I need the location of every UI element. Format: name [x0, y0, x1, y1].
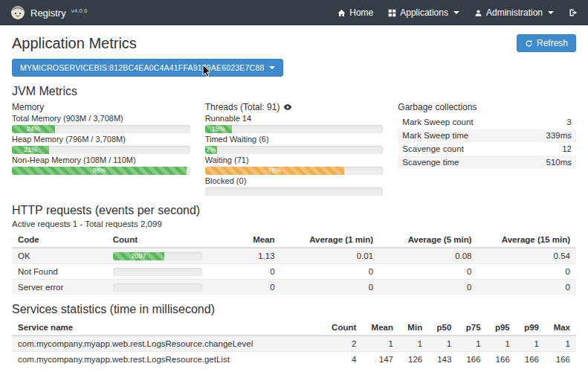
http-row: Not Found 0 0 0 0 — [12, 264, 576, 280]
gc-row: Scavenge count 12 — [398, 142, 576, 155]
service-mean: 1 — [362, 336, 399, 352]
service-name: com.mycompany.myapp.web.rest.LogsResourc… — [12, 336, 322, 352]
gc-table: Mark Sweep count 3 Mark Sweep time 339ms… — [398, 115, 576, 169]
progress-bar: 98% — [12, 167, 190, 175]
services-col-p95: p95 — [487, 320, 516, 336]
service-mean: 147 — [362, 352, 399, 368]
nav-home-label: Home — [349, 7, 373, 18]
http-col-count: Count — [107, 232, 208, 248]
service-p95: 1 — [487, 336, 516, 352]
service-max: 1 — [545, 336, 576, 352]
http-mean: 0 — [208, 280, 281, 295]
eye-icon[interactable] — [283, 103, 292, 112]
gc-value: 12 — [522, 142, 576, 155]
http-avg1: 0.01 — [281, 248, 379, 264]
http-col-code: Code — [12, 232, 107, 248]
nav-administration-label: Administration — [486, 7, 543, 18]
http-avg15: 0 — [478, 280, 576, 295]
page-title: Application Metrics — [12, 35, 137, 52]
gc-label: Mark Sweep count — [398, 115, 522, 129]
gc-row: Scavenge time 510ms — [398, 155, 576, 169]
service-min: 126 — [399, 352, 428, 368]
count-progress-bar — [113, 268, 202, 276]
nav-applications[interactable]: Applications — [388, 7, 459, 18]
metric-label: Blocked (0) — [205, 176, 384, 186]
services-col-p75: p75 — [457, 320, 486, 336]
services-col-mean: Mean — [362, 320, 399, 336]
service-min: 1 — [399, 336, 428, 352]
service-p99: 166 — [516, 352, 545, 368]
refresh-button[interactable]: Refresh — [517, 34, 576, 52]
gc-label: Mark Sweep time — [398, 129, 522, 142]
service-max: 166 — [545, 352, 576, 368]
refresh-icon — [525, 39, 533, 48]
metric-label: Timed Waiting (6) — [205, 135, 384, 144]
metric-total-memory: Total Memory (903M / 3,708M) 24% — [12, 114, 190, 133]
services-row: com.mycompany.myapp.web.rest.LogsResourc… — [12, 336, 576, 352]
count-progress-bar — [113, 283, 202, 292]
memory-column: Memory Total Memory (903M / 3,708M) 24% … — [12, 101, 190, 196]
http-row: OK 2097 1.13 0.01 0.08 0.54 — [12, 248, 576, 264]
nav-signout[interactable] — [569, 8, 578, 17]
http-avg5: 0.08 — [379, 248, 477, 264]
metric-label: Total Memory (903M / 3,708M) — [12, 114, 190, 124]
administration-icon — [474, 9, 482, 17]
service-name: com.mycompany.myapp.web.rest.LogsResourc… — [12, 352, 322, 368]
service-p50: 143 — [428, 352, 457, 368]
service-p75: 166 — [457, 352, 486, 368]
http-avg15: 0 — [478, 264, 576, 280]
metric-runnable: Runnable 14 15% — [205, 114, 384, 133]
gc-value: 3 — [522, 115, 576, 129]
gc-value: 339ms — [522, 129, 576, 142]
metric-label: Waiting (71) — [205, 155, 384, 165]
services-col-max: Max — [545, 320, 576, 336]
http-count-cell: 2097 — [107, 248, 208, 264]
services-col-name: Service name — [12, 320, 322, 336]
http-col-avg1: Average (1 min) — [281, 232, 379, 248]
metric-blocked: Blocked (0) — [205, 176, 384, 196]
gc-label: Scavenge time — [398, 155, 522, 169]
gc-column: Garbage collections Mark Sweep count 3 M… — [398, 101, 576, 196]
threads-heading: Threads (Total: 91) — [205, 101, 384, 112]
metric-timed-waiting: Timed Waiting (6) 7% — [205, 135, 384, 154]
service-count: 2 — [322, 336, 362, 352]
jvm-metrics-heading: JVM Metrics — [12, 85, 576, 98]
refresh-label: Refresh — [537, 38, 568, 48]
progress-bar: 15% — [205, 125, 384, 133]
nav-administration[interactable]: Administration — [474, 7, 554, 18]
chevron-down-icon — [453, 11, 459, 14]
gc-heading: Garbage collections — [398, 101, 576, 112]
gc-row: Mark Sweep time 339ms — [398, 129, 576, 142]
service-p75: 1 — [457, 336, 486, 352]
http-avg5: 0 — [379, 264, 477, 280]
nav-home[interactable]: Home — [337, 7, 373, 18]
http-count-cell — [107, 264, 208, 280]
home-icon — [337, 9, 346, 17]
service-count: 4 — [322, 352, 362, 368]
metric-waiting: Waiting (71) 78% — [205, 155, 384, 175]
main-content: Application Metrics Refresh MYMICROSERVI… — [0, 34, 588, 367]
brand[interactable]: Registry v4.0.6 — [10, 5, 87, 20]
gc-row: Mark Sweep count 3 — [398, 115, 576, 129]
brand-name: Registry — [30, 7, 66, 19]
service-p50: 1 — [428, 336, 457, 352]
services-stats-heading: Services statistics (time in millisecond… — [12, 303, 576, 316]
http-requests-table: Code Count Mean Average (1 min) Average … — [12, 232, 576, 295]
page-header: Application Metrics Refresh — [12, 34, 576, 52]
services-col-p99: p99 — [516, 320, 545, 336]
progress-bar: 24% — [12, 125, 190, 133]
http-header-row: Code Count Mean Average (1 min) Average … — [12, 232, 576, 248]
http-mean: 1.13 — [208, 248, 281, 264]
jvm-columns: Memory Total Memory (903M / 3,708M) 24% … — [12, 101, 576, 196]
services-col-min: Min — [399, 320, 428, 336]
instance-selector-dropdown[interactable]: MYMICROSERVICEBIS:812BC4EA0C4A41FFA9179A… — [12, 59, 283, 77]
services-col-p50: p50 — [428, 320, 457, 336]
metric-label: Non-Heap Memory (108M / 110M) — [12, 155, 190, 165]
progress-bar: 7% — [205, 146, 384, 154]
http-col-avg15: Average (15 min) — [478, 232, 576, 248]
service-p95: 166 — [487, 352, 516, 368]
nav-applications-label: Applications — [400, 7, 448, 18]
metric-label: Heap Memory (796M / 3,708M) — [12, 135, 190, 144]
http-col-mean: Mean — [208, 232, 281, 248]
http-avg15: 0.54 — [478, 248, 576, 264]
